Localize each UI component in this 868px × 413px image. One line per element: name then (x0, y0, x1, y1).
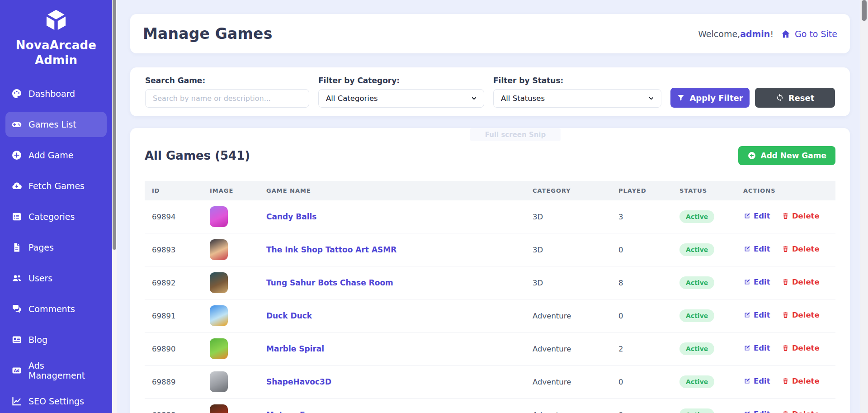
sidebar-item-users[interactable]: Users (5, 266, 107, 291)
game-thumbnail (210, 371, 228, 392)
trash-icon (782, 377, 789, 385)
delete-link[interactable]: Delete (782, 344, 820, 352)
edit-icon (743, 245, 751, 253)
cloud-download-icon (11, 180, 22, 191)
sidebar-item-label: Add Game (28, 150, 73, 160)
go-to-site-label: Go to Site (795, 29, 837, 39)
users-icon (11, 273, 22, 284)
plus-circle-icon (747, 151, 756, 160)
brand-title: NovaArcade Admin (0, 38, 112, 67)
status-badge: Active (679, 408, 714, 413)
delete-link[interactable]: Delete (782, 377, 820, 385)
game-category: Adventure (525, 399, 611, 413)
col-name: GAME NAME (259, 181, 525, 200)
game-name-link[interactable]: ShapeHavoc3D (266, 377, 331, 386)
trash-icon (782, 245, 789, 253)
sidebar-item-blog[interactable]: Blog (5, 327, 107, 352)
sidebar-item-label: Categories (28, 212, 75, 222)
game-name-link[interactable]: The Ink Shop Tattoo Art ASMR (266, 245, 396, 254)
game-played-count: 0 (611, 399, 672, 413)
game-row: 69892 Tung Sahur Bots Chase Room 3D 8 Ac… (145, 266, 835, 299)
game-category: Adventure (525, 299, 611, 332)
edit-link[interactable]: Edit (743, 377, 770, 385)
go-to-site-link[interactable]: Go to Site (781, 29, 837, 39)
home-icon (781, 29, 791, 39)
game-row: 69893 The Ink Shop Tattoo Art ASMR 3D 0 … (145, 233, 835, 266)
game-row: 69894 Candy Balls 3D 3 Active Edit Delet… (145, 200, 835, 233)
page-scrollbar-thumb[interactable] (862, 0, 867, 21)
sidebar-item-pages[interactable]: Pages (5, 235, 107, 260)
game-category: 3D (525, 200, 611, 233)
ad-icon: Ad (11, 365, 22, 376)
sidebar-item-dashboard[interactable]: Dashboard (5, 81, 107, 106)
sidebar-item-label: Fetch Games (28, 181, 85, 191)
edit-link[interactable]: Edit (743, 311, 770, 319)
game-thumbnail (210, 305, 228, 326)
game-thumbnail (210, 338, 228, 359)
delete-link[interactable]: Delete (782, 245, 820, 253)
sidebar-item-label: Comments (28, 304, 75, 314)
game-name-link[interactable]: Marble Spiral (266, 344, 324, 353)
search-input[interactable] (145, 89, 309, 108)
cube-logo-icon (42, 8, 70, 36)
chevron-down-icon (471, 95, 477, 102)
search-group: Search Game: (145, 76, 309, 108)
game-id: 69889 (145, 366, 203, 399)
status-badge: Active (679, 342, 714, 355)
gamepad-icon (11, 119, 22, 130)
delete-link[interactable]: Delete (782, 311, 820, 319)
chart-line-icon (11, 396, 22, 407)
category-filter-group: Filter by Category: All Categories (318, 76, 484, 108)
sidebar-item-seo-settings[interactable]: SEO Settings (5, 389, 107, 413)
game-row: 69889 ShapeHavoc3D Adventure 0 Active Ed… (145, 366, 835, 399)
delete-link[interactable]: Delete (782, 278, 820, 286)
edit-link[interactable]: Edit (743, 245, 770, 253)
status-label: Filter by Status: (493, 76, 661, 85)
sidebar-scrollbar-thumb[interactable] (113, 0, 116, 250)
sidebar-item-comments[interactable]: Comments (5, 296, 107, 322)
delete-link[interactable]: Delete (782, 212, 820, 220)
game-name-link[interactable]: Duck Duck (266, 311, 312, 320)
sidebar-item-add-game[interactable]: Add Game (5, 142, 107, 168)
comments-icon (11, 304, 22, 314)
game-name-link[interactable]: Candy Balls (266, 212, 316, 221)
edit-link[interactable]: Edit (743, 410, 770, 413)
status-select[interactable]: All Statuses (493, 89, 661, 108)
game-category: Adventure (525, 332, 611, 366)
page-scrollbar[interactable] (860, 0, 868, 413)
game-row: 69891 Duck Duck Adventure 0 Active Edit … (145, 299, 835, 332)
sidebar-item-ads-management[interactable]: Ad Ads Management (5, 358, 107, 383)
sidebar-item-label: Users (28, 273, 52, 283)
delete-link[interactable]: Delete (782, 410, 820, 413)
edit-link[interactable]: Edit (743, 212, 770, 220)
table-header-row: ID IMAGE GAME NAME CATEGORY PLAYED STATU… (145, 181, 835, 200)
reset-button[interactable]: Reset (755, 88, 835, 108)
sidebar-item-fetch-games[interactable]: Fetch Games (5, 173, 107, 199)
game-id: 69891 (145, 299, 203, 332)
game-played-count: 2 (611, 332, 672, 366)
col-played: PLAYED (611, 181, 672, 200)
col-image: IMAGE (203, 181, 259, 200)
category-select[interactable]: All Categories (318, 89, 484, 108)
app-logo (0, 0, 112, 36)
add-new-game-button[interactable]: Add New Game (738, 146, 835, 165)
sidebar-item-categories[interactable]: Categories (5, 204, 107, 229)
game-name-link[interactable]: Tung Sahur Bots Chase Room (266, 278, 393, 287)
sidebar-scrollbar[interactable] (112, 0, 117, 413)
game-played-count: 0 (611, 299, 672, 332)
sidebar-item-games-list[interactable]: Games List (5, 112, 107, 137)
sidebar-item-label: Pages (28, 242, 54, 252)
game-row: 69890 Marble Spiral Adventure 2 Active E… (145, 332, 835, 366)
game-name-link[interactable]: Meteor Escape (266, 410, 330, 413)
refresh-icon (776, 94, 784, 102)
apply-filter-button[interactable]: Apply Filter (670, 88, 750, 108)
trash-icon (782, 311, 789, 319)
game-played-count: 0 (611, 233, 672, 266)
funnel-icon (677, 94, 685, 102)
edit-link[interactable]: Edit (743, 278, 770, 286)
trash-icon (782, 278, 789, 286)
sidebar-item-label: Dashboard (28, 89, 75, 99)
edit-link[interactable]: Edit (743, 344, 770, 352)
sidebar-nav: Dashboard Games List Add Game Fetch Game… (0, 81, 112, 413)
page-title: Manage Games (143, 25, 273, 43)
